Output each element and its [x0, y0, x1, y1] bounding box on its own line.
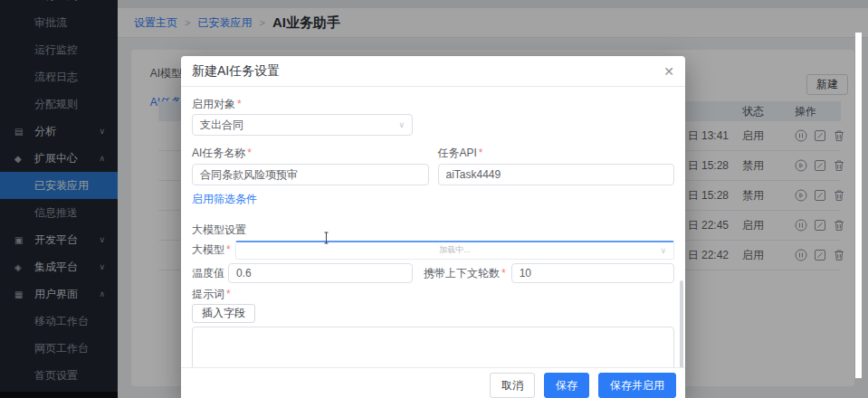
enable-target-select[interactable]: 支出合同 ∨: [192, 114, 413, 136]
save-button[interactable]: 保存: [544, 373, 589, 398]
temperature-input[interactable]: [228, 263, 413, 283]
chevron-down-icon: ∨: [398, 120, 405, 129]
dialog-scrollbar[interactable]: [680, 280, 683, 367]
context-rounds-input[interactable]: [511, 263, 674, 283]
model-label: 大模型*: [192, 242, 235, 258]
task-name-input[interactable]: [192, 164, 429, 185]
task-name-label: AI任务名称*: [192, 146, 429, 161]
required-asterisk: *: [501, 267, 506, 280]
close-icon[interactable]: ✕: [663, 64, 674, 79]
save-and-enable-button[interactable]: 保存并启用: [598, 373, 676, 398]
page-scrollbar[interactable]: [855, 33, 862, 378]
prompt-textarea[interactable]: [192, 327, 674, 367]
dialog-title: 新建AI任务设置: [192, 63, 280, 80]
task-api-input[interactable]: [438, 164, 675, 185]
enable-filter-link[interactable]: 启用筛选条件: [192, 192, 674, 207]
insert-field-button[interactable]: 插入字段: [192, 304, 255, 323]
required-asterisk: *: [237, 98, 242, 110]
required-asterisk: *: [479, 147, 483, 159]
cancel-button[interactable]: 取消: [490, 373, 535, 398]
required-asterisk: *: [247, 147, 252, 159]
temperature-label: 温度值: [192, 266, 228, 281]
required-asterisk: *: [226, 243, 231, 256]
enable-target-value: 支出合同: [200, 118, 243, 133]
dialog-footer: 取消 保存 保存并启用: [181, 367, 685, 398]
text-cursor: [322, 232, 330, 244]
model-select[interactable]: 加载中... ∨: [235, 241, 674, 260]
model-select-placeholder: 加载中...: [439, 244, 471, 256]
dialog-body: 启用对象* 支出合同 ∨ AI任务名称* 任务API*: [181, 87, 685, 367]
model-settings-section-label: 大模型设置: [192, 223, 674, 238]
app-window: 业务规则 审批流 运行监控 流程日志 分配规则 ▤ 分析 ∨ ◆ 扩展中心 ∧ …: [0, 0, 868, 398]
enable-target-label: 启用对象*: [192, 97, 674, 112]
required-asterisk: *: [226, 288, 231, 300]
dialog-header: 新建AI任务设置 ✕: [181, 56, 685, 87]
new-ai-task-dialog: 新建AI任务设置 ✕ 启用对象* 支出合同 ∨ AI任务名称*: [181, 56, 685, 398]
task-api-label: 任务API*: [438, 146, 675, 161]
prompt-label: 提示词*: [192, 287, 674, 302]
chevron-down-icon: ∨: [660, 246, 666, 255]
context-rounds-label: 携带上下文轮数*: [424, 266, 506, 281]
